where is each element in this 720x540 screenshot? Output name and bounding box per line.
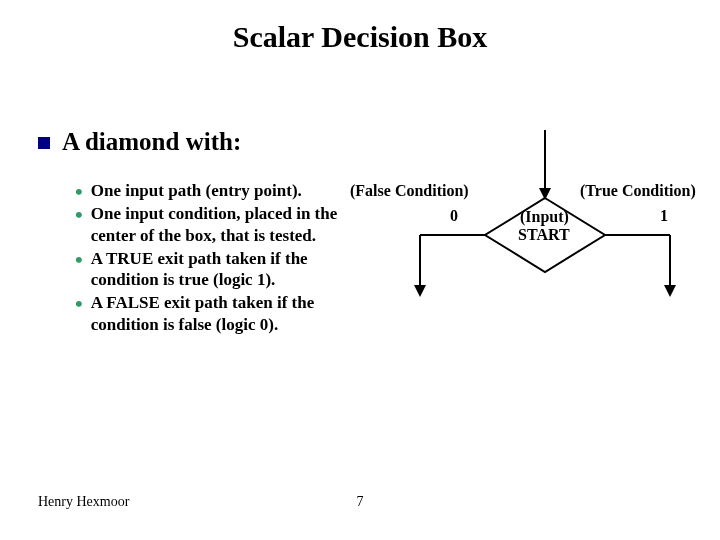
- list-item: • One input path (entry point).: [75, 180, 365, 201]
- dot-bullet-icon: •: [75, 183, 83, 200]
- dot-bullet-icon: •: [75, 251, 83, 268]
- list-item-text: One input condition, placed in the cente…: [91, 203, 365, 246]
- decision-diagram: (False Condition) (True Condition) 0 1 (…: [350, 130, 710, 310]
- heading-row: A diamond with:: [38, 128, 241, 156]
- dot-bullet-icon: •: [75, 295, 83, 312]
- page-title: Scalar Decision Box: [0, 20, 720, 54]
- input-label: (Input): [520, 208, 569, 226]
- slide: Scalar Decision Box A diamond with: • On…: [0, 0, 720, 540]
- true-condition-label: (True Condition): [580, 182, 696, 200]
- footer-page-number: 7: [0, 494, 720, 510]
- arrowhead-down-icon: [414, 285, 426, 297]
- square-bullet-icon: [38, 137, 50, 149]
- list-item: • One input condition, placed in the cen…: [75, 203, 365, 246]
- heading-text: A diamond with:: [62, 128, 241, 156]
- list-item-text: One input path (entry point).: [91, 180, 302, 201]
- arrowhead-down-icon: [664, 285, 676, 297]
- zero-label: 0: [450, 207, 458, 225]
- list-item: • A TRUE exit path taken if the conditio…: [75, 248, 365, 291]
- false-condition-label: (False Condition): [350, 182, 469, 200]
- list-item-text: A TRUE exit path taken if the condition …: [91, 248, 365, 291]
- list-item-text: A FALSE exit path taken if the condition…: [91, 292, 365, 335]
- one-label: 1: [660, 207, 668, 225]
- dot-bullet-icon: •: [75, 206, 83, 223]
- start-label: START: [518, 226, 570, 244]
- sub-bullet-list: • One input path (entry point). • One in…: [75, 180, 365, 337]
- list-item: • A FALSE exit path taken if the conditi…: [75, 292, 365, 335]
